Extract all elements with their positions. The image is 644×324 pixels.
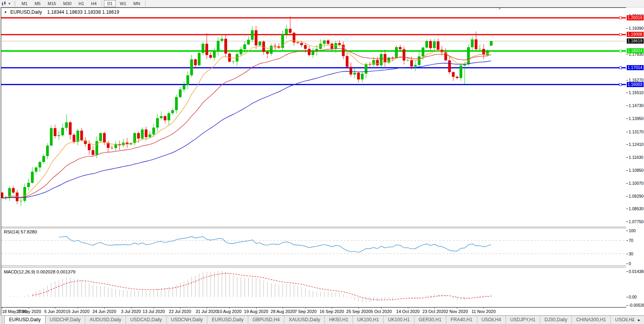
collapse-arrow-icon[interactable]: ▼ xyxy=(498,7,501,11)
price-tick: 1.08530 xyxy=(626,206,644,211)
price-axis[interactable]: 1.201501.193901.178301.162701.155101.147… xyxy=(626,7,644,315)
chart-tab-usdcnh-daily[interactable]: USDCNH,Daily xyxy=(167,316,207,324)
timeframe-button-mn[interactable]: MN xyxy=(130,0,143,7)
price-tick: 1.14730 xyxy=(626,103,644,108)
chart-tab-dj30-daily[interactable]: DJ30,Daily xyxy=(540,316,572,324)
hline-price-label[interactable]: 1.20019 xyxy=(627,15,644,20)
chart-tab-eurusd-daily[interactable]: EURUSD,Daily xyxy=(207,316,248,324)
time-tick-mark xyxy=(306,308,306,309)
chart-tab-audusd-daily[interactable]: AUDUSD,Daily xyxy=(85,316,126,324)
rsi-line xyxy=(59,237,491,253)
symbol-dropdown-icon[interactable]: ▼ xyxy=(4,11,7,14)
timeframe-button-h1[interactable]: H1 xyxy=(75,0,87,7)
price-tick: 1.15510 xyxy=(626,90,644,95)
chart-tab-uk100-h1[interactable]: UK100,H1 xyxy=(384,316,414,324)
macd-scale-label: 0.014384 xyxy=(626,269,644,274)
chart-title-symbol: EURUSD,Daily xyxy=(10,9,42,15)
chart-tab-usoil-h4[interactable]: USOil,H4 xyxy=(477,316,506,324)
time-tick-mark xyxy=(457,308,457,309)
price-tick: 1.13950 xyxy=(626,116,644,121)
price-tick: 1.13170 xyxy=(626,129,644,134)
rsi-scale-label: 30 xyxy=(626,251,644,256)
date-tick-label: 11 Nov 2020 xyxy=(471,309,496,314)
tab-bar-grip[interactable] xyxy=(1,317,3,324)
date-tick-label: 15 Jun 2020 xyxy=(66,309,90,314)
current-price-label: 1.18619 xyxy=(627,38,644,44)
hline-price-label[interactable]: 1.17014 xyxy=(627,65,644,70)
toolbar-dropdown-caret-icon[interactable]: ▼ xyxy=(8,2,11,5)
date-tick-label: 14 Oct 2020 xyxy=(396,309,420,314)
chart-tab-uk100-h1[interactable]: UK100,H1 xyxy=(353,316,384,324)
timeframe-toolbar: ▼ M1M5M15M30H1H4D1W1MN xyxy=(0,0,644,7)
toolbar-separator xyxy=(145,1,146,6)
timeframe-button-h4[interactable]: H4 xyxy=(88,0,100,7)
chart-tab-usoil-h1[interactable]: USOil,H1 xyxy=(611,316,639,324)
time-tick-mark xyxy=(2,308,2,309)
time-tick-mark xyxy=(408,308,408,309)
tab-scroll-right-icon[interactable]: ► xyxy=(637,318,641,322)
timeframe-button-m1[interactable]: M1 xyxy=(18,0,31,7)
timeframe-button-m30[interactable]: M30 xyxy=(60,0,75,7)
date-tick-label: 13 Jul 2020 xyxy=(143,309,165,314)
rsi-chart[interactable] xyxy=(1,228,626,266)
time-tick-mark xyxy=(381,308,382,309)
macd-label: MACD(12,26,9) 0.002028 0.001379 xyxy=(4,269,75,274)
time-tick-mark xyxy=(229,308,230,309)
chart-tab-usdchf-daily[interactable]: USDCHF,Daily xyxy=(45,316,86,324)
date-tick-label: 19 Aug 2020 xyxy=(244,309,268,314)
macd-chart[interactable] xyxy=(1,268,626,307)
chart-tools-icon[interactable] xyxy=(1,1,7,6)
time-tick-mark xyxy=(104,308,105,309)
price-tick: 1.11630 xyxy=(626,155,644,160)
chart-tab-eurusd-daily[interactable]: EURUSD,Daily xyxy=(4,315,45,324)
rsi-scale-label: 0 xyxy=(626,261,644,266)
date-tick-label: 31 Jul 2020 xyxy=(196,309,218,314)
timeframe-button-d1[interactable]: D1 xyxy=(104,0,116,7)
chart-tab-china300-h1[interactable]: CHINA300,H1 xyxy=(572,316,611,324)
ma-slow-line xyxy=(2,61,491,198)
tab-scroll-left-icon[interactable]: ◄ xyxy=(630,318,634,322)
timeframe-button-w1[interactable]: W1 xyxy=(116,0,129,7)
date-tick-label: 10 Aug 2020 xyxy=(217,309,242,314)
candles-group xyxy=(1,16,493,206)
date-tick-label: 3 Jul 2020 xyxy=(121,309,141,314)
candlestick-chart[interactable] xyxy=(1,8,626,227)
timeframe-button-m5[interactable]: M5 xyxy=(31,0,44,7)
time-tick-mark xyxy=(29,308,29,309)
mt4-window: ▼ M1M5M15M30H1H4D1W1MN ▼ EURUSD,Daily 1.… xyxy=(0,0,644,324)
macd-signal-line xyxy=(32,273,491,300)
time-tick-mark xyxy=(283,308,283,309)
date-tick-label: 22 Jul 2020 xyxy=(169,309,191,314)
chart-tab-ger30-h1[interactable]: GER30,H1 xyxy=(415,316,446,324)
price-tick: 1.19390 xyxy=(626,26,644,31)
time-tick-mark xyxy=(332,308,332,309)
time-tick-mark xyxy=(484,308,484,309)
macd-scale-label: -0.005396 xyxy=(626,303,644,308)
chart-tab-usdcad-daily[interactable]: USDCAD,Daily xyxy=(126,316,167,324)
chart-tab-fra40-h1[interactable]: FRA40,H1 xyxy=(446,316,477,324)
timeframe-button-m15[interactable]: M15 xyxy=(44,0,59,7)
macd-scale-label: 0.00 xyxy=(626,295,644,299)
date-tick-label: 16 Sep 2020 xyxy=(320,309,344,314)
toolbar-separator xyxy=(102,1,102,6)
price-tick: 1.10850 xyxy=(626,168,644,173)
hline-price-label[interactable]: 1.19008 xyxy=(627,32,644,37)
macd-histogram xyxy=(2,271,491,302)
toolbar-grip[interactable] xyxy=(14,1,16,6)
price-tick: 1.10070 xyxy=(626,181,644,186)
time-tick-mark xyxy=(358,308,359,309)
chart-tab-gbpusd-h4[interactable]: GBPUSD,H4 xyxy=(248,316,284,324)
date-tick-label: 24 Jun 2020 xyxy=(93,309,116,314)
chart-tab-hk50-h1[interactable]: HK50,H1 xyxy=(325,316,353,324)
timeframe-buttons: M1M5M15M30H1H4D1W1MN xyxy=(18,0,147,7)
date-tick-label: 5 Oct 2020 xyxy=(371,309,392,314)
time-axis[interactable]: 18 May 202027 May 20205 Jun 202015 Jun 2… xyxy=(1,307,626,315)
chart-title: ▼ EURUSD,Daily 1.18344 1.18633 1.18338 1… xyxy=(4,9,119,15)
hline-price-label[interactable]: 1.18024 xyxy=(627,48,644,53)
chart-tab-usdjpy-h1[interactable]: USDJPY,H1 xyxy=(506,316,540,324)
chart-title-ohlc: 1.18344 1.18633 1.18338 1.18619 xyxy=(47,9,119,15)
time-tick-mark xyxy=(434,308,435,309)
hline-price-label[interactable]: 1.16003 xyxy=(627,82,644,87)
chart-tab-xauusd-daily[interactable]: XAUUSD,Daily xyxy=(284,316,325,324)
rsi-scale-label: 100 xyxy=(626,228,644,233)
